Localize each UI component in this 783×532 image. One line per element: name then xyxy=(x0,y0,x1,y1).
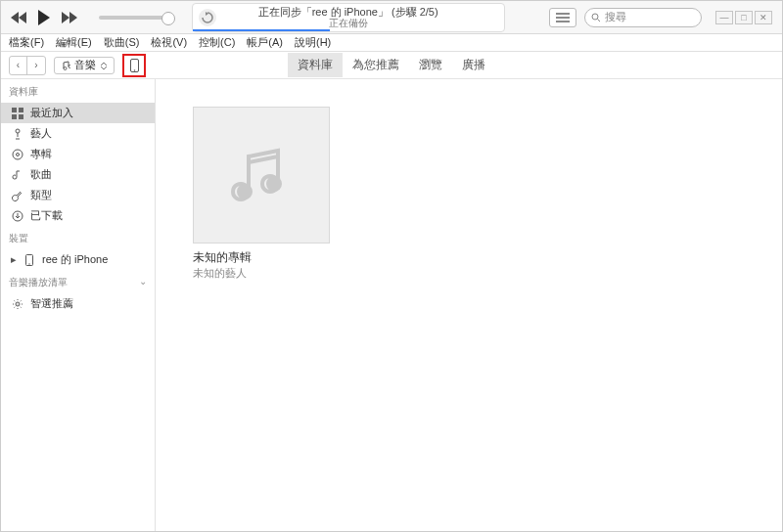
maximize-button[interactable]: □ xyxy=(735,11,753,24)
sidebar: 資料庫 最近加入 藝人 專輯 歌曲 類型 已下載 裝置 ▸ ree xyxy=(1,79,156,532)
play-button[interactable] xyxy=(36,10,52,25)
music-note-icon xyxy=(227,141,296,209)
lcd-subtitle: 正在備份 xyxy=(258,18,438,28)
sync-progress-bar xyxy=(193,29,330,31)
album-artist: 未知的藝人 xyxy=(193,266,330,281)
svg-point-3 xyxy=(133,69,135,71)
media-type-label: 音樂 xyxy=(74,58,96,72)
mic-icon xyxy=(11,128,24,140)
svg-rect-7 xyxy=(19,114,23,119)
svg-point-15 xyxy=(18,303,19,304)
minimize-button[interactable]: — xyxy=(715,11,733,24)
tab-library[interactable]: 資料庫 xyxy=(288,53,343,77)
tab-for-you[interactable]: 為您推薦 xyxy=(343,53,409,77)
svg-line-1 xyxy=(597,19,600,22)
genius-icon xyxy=(11,298,24,310)
volume-slider[interactable] xyxy=(99,16,169,20)
chevron-down-icon xyxy=(100,62,108,69)
prev-track-button[interactable] xyxy=(11,12,26,23)
sidebar-item-albums[interactable]: 專輯 xyxy=(1,144,155,164)
sidebar-item-label: 藝人 xyxy=(30,126,52,141)
menu-file[interactable]: 檔案(F) xyxy=(9,35,44,50)
grid-icon xyxy=(11,108,24,119)
sidebar-item-device[interactable]: ▸ ree 的 iPhone xyxy=(1,249,155,270)
music-note-icon xyxy=(61,61,70,70)
album-art-placeholder xyxy=(193,107,330,244)
menu-edit[interactable]: 編輯(E) xyxy=(56,35,92,50)
search-icon xyxy=(591,13,601,22)
search-input[interactable]: 搜尋 xyxy=(584,8,702,27)
iphone-icon xyxy=(23,254,36,266)
svg-point-8 xyxy=(16,129,20,133)
sidebar-item-label: 已下載 xyxy=(30,208,63,223)
menu-controls[interactable]: 控制(C) xyxy=(199,35,235,50)
menu-song[interactable]: 歌曲(S) xyxy=(104,35,140,50)
svg-point-16 xyxy=(237,184,253,200)
player-top-bar: 正在同步「ree 的 iPhone」 (步驟 2/5) 正在備份 搜尋 — □ … xyxy=(1,1,782,34)
iphone-icon xyxy=(130,59,139,72)
sidebar-item-label: 專輯 xyxy=(30,147,52,161)
menu-view[interactable]: 檢視(V) xyxy=(151,35,187,50)
tab-browse[interactable]: 瀏覽 xyxy=(409,53,452,77)
svg-point-9 xyxy=(13,150,23,159)
guitar-icon xyxy=(11,190,24,201)
svg-rect-5 xyxy=(19,108,23,112)
search-placeholder: 搜尋 xyxy=(605,10,626,24)
svg-rect-4 xyxy=(12,108,17,112)
svg-point-17 xyxy=(266,176,282,192)
svg-rect-6 xyxy=(12,114,17,119)
svg-point-0 xyxy=(592,14,598,20)
sidebar-item-songs[interactable]: 歌曲 xyxy=(1,164,155,185)
media-type-selector[interactable]: 音樂 xyxy=(54,57,115,74)
sidebar-item-label: ree 的 iPhone xyxy=(42,252,108,267)
album-title: 未知的專輯 xyxy=(193,249,330,266)
note-icon xyxy=(11,169,24,181)
svg-point-10 xyxy=(17,153,20,155)
sidebar-item-artists[interactable]: 藝人 xyxy=(1,123,155,144)
chevron-down-icon[interactable]: ⌄ xyxy=(139,276,147,287)
secondary-toolbar: ‹ › 音樂 資料庫 為您推薦 瀏覽 廣播 xyxy=(1,52,782,79)
close-button[interactable]: ✕ xyxy=(755,11,772,24)
disc-icon xyxy=(11,149,24,160)
list-view-button[interactable] xyxy=(549,8,576,27)
status-lcd: 正在同步「ree 的 iPhone」 (步驟 2/5) 正在備份 xyxy=(192,3,505,32)
tab-radio[interactable]: 廣播 xyxy=(452,53,495,77)
sidebar-item-label: 類型 xyxy=(30,188,52,202)
menu-bar: 檔案(F) 編輯(E) 歌曲(S) 檢視(V) 控制(C) 帳戶(A) 說明(H… xyxy=(1,34,782,52)
sidebar-item-recently-added[interactable]: 最近加入 xyxy=(1,103,155,123)
sidebar-header-playlists: 音樂播放清單 ⌄ xyxy=(1,270,155,293)
nav-forward-button[interactable]: › xyxy=(27,57,45,74)
sidebar-item-downloaded[interactable]: 已下載 xyxy=(1,205,155,226)
menu-account[interactable]: 帳戶(A) xyxy=(247,35,283,50)
device-button-highlighted[interactable] xyxy=(122,54,146,77)
sidebar-item-label: 智選推薦 xyxy=(30,296,73,311)
sidebar-header-devices: 裝置 xyxy=(1,226,155,249)
content-area: 未知的專輯 未知的藝人 xyxy=(156,79,782,532)
playback-controls xyxy=(1,10,169,25)
nav-back-button[interactable]: ‹ xyxy=(10,57,27,74)
nav-history: ‹ › xyxy=(9,56,46,75)
svg-point-13 xyxy=(28,263,29,264)
menu-help[interactable]: 說明(H) xyxy=(295,35,331,50)
album-tile[interactable]: 未知的專輯 未知的藝人 xyxy=(193,107,330,281)
sidebar-item-label: 歌曲 xyxy=(30,167,52,182)
lcd-title: 正在同步「ree 的 iPhone」 (步驟 2/5) xyxy=(258,6,438,18)
sidebar-header-library: 資料庫 xyxy=(1,79,155,103)
main-body: 資料庫 最近加入 藝人 專輯 歌曲 類型 已下載 裝置 ▸ ree xyxy=(1,79,782,532)
sidebar-item-genres[interactable]: 類型 xyxy=(1,185,155,205)
caret-right-icon: ▸ xyxy=(11,253,17,266)
download-icon xyxy=(11,210,24,222)
next-track-button[interactable] xyxy=(62,12,77,23)
sync-spinner-icon xyxy=(199,9,216,26)
sidebar-item-label: 最近加入 xyxy=(30,106,73,120)
window-controls: — □ ✕ xyxy=(715,11,772,24)
sidebar-item-genius[interactable]: 智選推薦 xyxy=(1,293,155,314)
content-tabs: 資料庫 為您推薦 瀏覽 廣播 xyxy=(288,53,495,77)
